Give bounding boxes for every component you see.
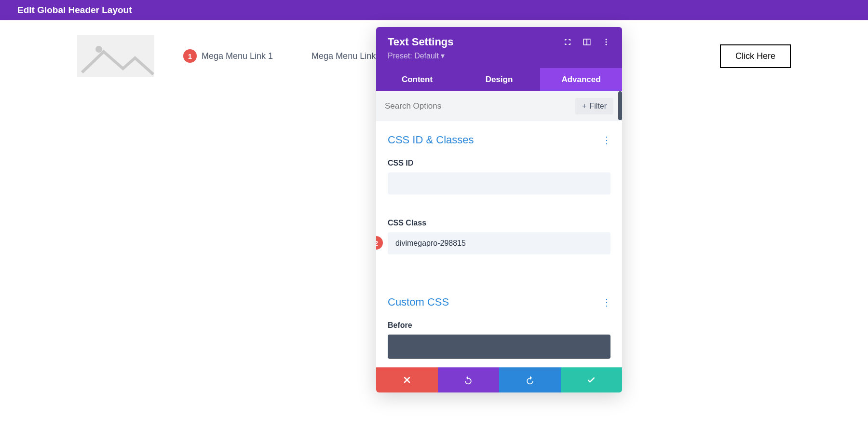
menu-item-2[interactable]: Mega Menu Link 2 — [312, 51, 383, 61]
top-bar: Edit Global Header Layout — [0, 0, 868, 20]
svg-rect-0 — [77, 35, 154, 77]
menu-item-1-label: Mega Menu Link 1 — [202, 51, 273, 61]
more-icon[interactable] — [602, 38, 610, 46]
svg-point-5 — [606, 42, 607, 43]
logo-placeholder[interactable] — [77, 35, 154, 77]
image-placeholder-icon — [77, 35, 154, 77]
tab-advanced[interactable]: Advanced — [540, 68, 622, 91]
preset-dropdown[interactable]: Preset: Default ▾ — [388, 51, 610, 60]
tab-content[interactable]: Content — [376, 68, 458, 91]
top-bar-title: Edit Global Header Layout — [17, 5, 132, 15]
tab-design[interactable]: Design — [458, 68, 540, 91]
scrollbar-thumb[interactable] — [618, 91, 622, 92]
svg-point-6 — [606, 44, 607, 45]
panel-header: Text Settings Preset: Default ▾ — [376, 27, 622, 68]
svg-point-4 — [606, 39, 607, 40]
settings-panel: Text Settings Preset: Default ▾ Content … — [376, 27, 622, 92]
menu-links: 1 Mega Menu Link 1 Mega Menu Link 2 — [183, 49, 383, 63]
annotation-badge-1: 1 — [183, 49, 197, 63]
panel-tabs: Content Design Advanced — [376, 68, 622, 91]
expand-icon[interactable] — [563, 38, 572, 46]
cta-button[interactable]: Click Here — [720, 44, 791, 68]
panel-title: Text Settings — [388, 36, 454, 48]
search-row: + Filter — [376, 91, 622, 92]
menu-item-1[interactable]: 1 Mega Menu Link 1 — [183, 49, 273, 63]
menu-item-2-label: Mega Menu Link 2 — [312, 51, 383, 61]
columns-icon[interactable] — [583, 38, 591, 46]
svg-point-1 — [95, 46, 102, 53]
